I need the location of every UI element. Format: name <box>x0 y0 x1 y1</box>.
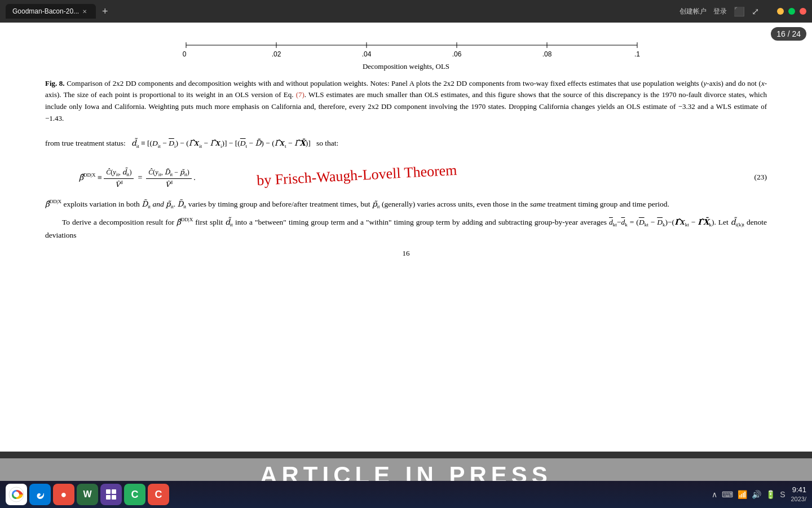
taskbar-app-edge[interactable] <box>29 484 51 505</box>
svg-point-15 <box>14 492 19 497</box>
pdf-page: 0 .02 .04 .06 .08 .1 Decomposition weigh… <box>0 23 812 270</box>
taskbar-app-google[interactable] <box>6 484 27 505</box>
frac2: Ĉ(yit, D̃it − p̃it) V̂d <box>146 167 191 190</box>
separator-bar <box>0 452 812 458</box>
page-number: 16 <box>45 248 767 259</box>
x-axis-title: Decomposition weights, OLS <box>45 61 767 72</box>
taskbar-app-c2[interactable]: C <box>148 484 169 505</box>
browser-actions: 创建帐户 登录 ⬛ ⤢ <box>679 6 806 17</box>
taskbar-time-display[interactable]: 9:41 2023/ <box>791 485 806 503</box>
taskbar-app-red[interactable]: ● <box>53 484 74 505</box>
svg-rect-18 <box>106 495 111 500</box>
frac1: Ĉ(yit, d̃it) V̂d <box>104 167 134 190</box>
speaker-icon[interactable]: 🔊 <box>752 490 761 499</box>
fig-label: Fig. 8. <box>45 79 65 87</box>
browser-bar: Goodman-Bacon-20... ✕ + 创建帐户 登录 ⬛ ⤢ <box>0 0 812 23</box>
share-icon[interactable]: ⬛ <box>734 6 745 17</box>
taskbar-apps: ● W C C <box>6 484 169 505</box>
x-axis-label: x <box>761 79 765 87</box>
svg-text:0: 0 <box>183 50 187 58</box>
notification-icon[interactable]: S <box>780 490 785 499</box>
grid-icon <box>105 489 117 500</box>
taskbar-app-c1[interactable]: C <box>124 484 145 505</box>
eq-23-block: β̂DD|X ≡ Ĉ(yit, d̃it) V̂d = Ĉ(yit, D̃it … <box>79 164 457 190</box>
window-controls <box>777 8 806 15</box>
maximize-button[interactable] <box>788 8 795 15</box>
from-equation-section: from true treatment status: d̃it ≡ [(Dit… <box>45 135 767 152</box>
body-para-2: To derive a decomposition result for β̂D… <box>45 216 767 241</box>
tab-close-button[interactable]: ✕ <box>82 8 87 15</box>
eq-number-23: (23) <box>754 172 767 183</box>
chart-area: 0 .02 .04 .06 .08 .1 Decomposition weigh… <box>45 34 767 72</box>
taskbar: ● W C C ∧ ⌨ 📶 🔊 🔋 <box>0 481 812 508</box>
figure-caption: Fig. 8. Comparison of 2x2 DD components … <box>45 78 767 125</box>
svg-text:.02: .02 <box>272 50 281 58</box>
taskbar-system-icons: ∧ ⌨ 📶 🔊 🔋 S <box>712 490 785 499</box>
content-area: 0 .02 .04 .06 .08 .1 Decomposition weigh… <box>0 23 812 452</box>
svg-text:.06: .06 <box>452 50 462 58</box>
chevron-up-icon[interactable]: ∧ <box>712 490 717 499</box>
active-tab[interactable]: Goodman-Bacon-20... ✕ <box>6 4 96 19</box>
time-value: 9:41 <box>791 485 806 495</box>
taskbar-app-grid[interactable] <box>100 484 122 505</box>
keyboard-icon[interactable]: ⌨ <box>722 490 733 499</box>
login-link[interactable]: 登录 <box>713 7 727 16</box>
chart-svg: 0 .02 .04 .06 .08 .1 <box>152 34 660 61</box>
create-account-link[interactable]: 创建帐户 <box>679 7 707 16</box>
date-value: 2023/ <box>791 495 806 503</box>
network-icon[interactable]: 📶 <box>738 490 747 499</box>
google-icon <box>8 487 24 502</box>
equation-23-row: β̂DD|X ≡ Ĉ(yit, d̃it) V̂d = Ĉ(yit, D̃it … <box>45 161 767 193</box>
frisch-waugh-annotation: by Frisch-Waugh-Lovell Theorem <box>256 159 457 192</box>
page-badge: 16 / 24 <box>771 27 806 41</box>
edge-icon <box>33 488 47 501</box>
svg-rect-16 <box>106 489 111 494</box>
svg-text:.08: .08 <box>542 50 552 58</box>
taskbar-right: ∧ ⌨ 📶 🔊 🔋 S 9:41 2023/ <box>712 485 806 503</box>
minimize-button[interactable] <box>777 8 784 15</box>
new-tab-button[interactable]: + <box>99 6 112 17</box>
svg-rect-17 <box>112 489 116 494</box>
battery-icon[interactable]: 🔋 <box>766 490 775 499</box>
tab-area: Goodman-Bacon-20... ✕ + <box>6 4 112 19</box>
svg-text:.04: .04 <box>362 50 372 58</box>
taskbar-app-w[interactable]: W <box>77 484 98 505</box>
svg-text:.1: .1 <box>634 50 640 58</box>
svg-rect-19 <box>112 495 116 500</box>
tab-label: Goodman-Bacon-20... <box>12 7 79 15</box>
y-axis-label: y <box>704 79 707 87</box>
eq-ref-7[interactable]: (7) <box>296 90 304 99</box>
body-para-1: β̂DD|X exploits variation in both D̃it a… <box>45 198 767 211</box>
from-equation-line: from true treatment status: d̃it ≡ [(Dit… <box>45 135 767 152</box>
close-button[interactable] <box>800 8 806 15</box>
expand-icon[interactable]: ⤢ <box>752 6 759 17</box>
